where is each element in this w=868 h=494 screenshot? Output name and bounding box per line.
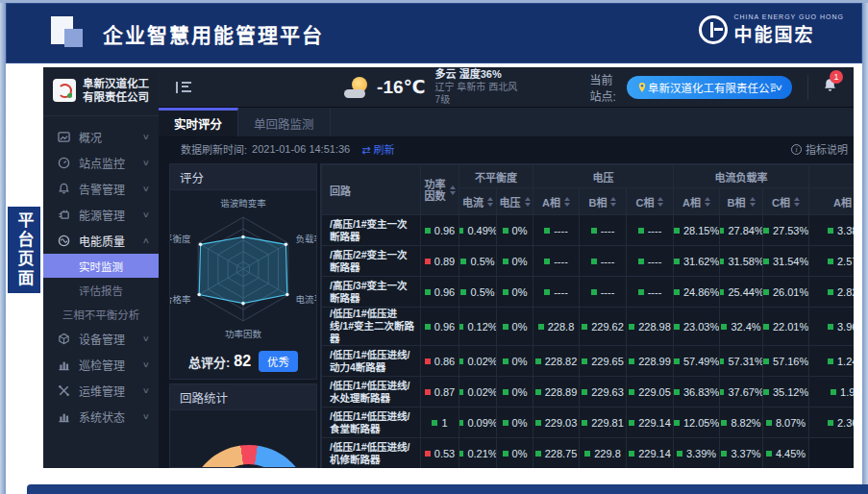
- status-square-icon: [721, 420, 727, 426]
- collapse-menu-icon[interactable]: [176, 82, 190, 93]
- bottom-frame-bar: [27, 484, 868, 494]
- sort-icon[interactable]: [794, 197, 800, 207]
- value-cell: 2.36%: [809, 408, 854, 438]
- chart-icon: [57, 358, 70, 372]
- status-square-icon: [535, 358, 541, 364]
- column-subheader[interactable]: A相: [809, 188, 854, 215]
- chevron-down-icon: ∨: [142, 334, 150, 343]
- status-square-icon: [638, 228, 644, 234]
- circuit-name: /低压/1#低压进线/机修断路器: [322, 438, 421, 469]
- value-cell: 1.9%: [809, 377, 854, 408]
- value-cell: 57.49%: [674, 346, 720, 377]
- status-square-icon: [828, 420, 833, 426]
- value-cell: ----: [533, 277, 580, 308]
- sidebar-item-label: 电能质量: [79, 233, 143, 249]
- selected-station-name: 阜新汉道化工有限责任公司: [648, 80, 776, 95]
- sort-icon[interactable]: [610, 197, 616, 207]
- sort-icon[interactable]: [450, 185, 456, 195]
- sidebar-subitem[interactable]: 三相不平衡分析: [43, 302, 159, 326]
- refresh-time-label: 数据刷新时间:: [181, 141, 247, 157]
- column-subheader[interactable]: 电压: [497, 188, 533, 215]
- status-square-icon: [629, 451, 634, 457]
- tab-single-circuit-monitor[interactable]: 单回路监测: [238, 108, 331, 136]
- refresh-button[interactable]: ⇄ 刷新: [361, 141, 394, 157]
- sidebar-item-overview[interactable]: 概况∨: [43, 124, 159, 150]
- circuit-name: /低压/1#低压进线/动力4断路器: [322, 346, 421, 377]
- value-cell: 57.31%: [720, 346, 763, 377]
- value-cell: 0.5%: [459, 277, 497, 308]
- status-square-icon: [638, 289, 644, 295]
- sidebar-item-label: 运维管理: [79, 383, 143, 399]
- sort-icon[interactable]: [525, 197, 531, 207]
- table-row[interactable]: /低压/1#低压进线/1#变主二次断路器0.960.12%0%228.8229.…: [322, 308, 855, 346]
- status-square-icon: [638, 259, 644, 264]
- table-row[interactable]: /高压/2#变主一次断路器0.890.5%0%------------31.62…: [322, 246, 855, 277]
- banner-squares-decoration: [51, 14, 89, 53]
- value-cell: 2.82%: [809, 277, 854, 308]
- value-cell: 228.89: [533, 377, 580, 408]
- status-square-icon: [503, 289, 508, 295]
- column-subheader[interactable]: B相: [720, 188, 763, 215]
- status-square-icon: [720, 358, 725, 364]
- value-cell: 22.01%: [763, 308, 809, 346]
- sidebar-item-energy[interactable]: 能源管理∨: [43, 202, 159, 228]
- column-header[interactable]: 功率因数: [421, 165, 459, 215]
- column-subheader[interactable]: 电流: [459, 188, 497, 215]
- sidebar-subitem[interactable]: 实时监测: [43, 254, 159, 278]
- sidebar-item-device[interactable]: 设备管理∨: [43, 326, 159, 352]
- status-square-icon: [674, 324, 680, 330]
- status-square-icon: [535, 420, 541, 426]
- column-subheader[interactable]: A相: [533, 188, 580, 215]
- total-score-row: 总评分: 82 优秀: [170, 344, 316, 379]
- notification-bell[interactable]: 1: [822, 77, 838, 97]
- sidebar-item-alarm[interactable]: 告警管理∨: [43, 176, 159, 202]
- status-square-icon: [535, 389, 541, 395]
- sidebar-item-station-monitor[interactable]: 站点监控∨: [43, 150, 159, 176]
- table-row[interactable]: /低压/1#低压进线/机修断路器0.530.21%0%228.75229.822…: [322, 438, 855, 469]
- sort-icon[interactable]: [564, 197, 570, 207]
- sidebar-item-label: 设备管理: [79, 331, 143, 347]
- table-row[interactable]: /低压/1#低压进线/食堂断路器10.09%0%229.03229.81229.…: [322, 408, 855, 438]
- sort-icon[interactable]: [750, 197, 756, 207]
- column-subheader[interactable]: C相: [763, 188, 809, 215]
- status-square-icon: [544, 228, 550, 234]
- value-cell: 3.96%: [809, 308, 854, 346]
- status-square-icon: [763, 358, 769, 364]
- sidebar-item-ops[interactable]: 运维管理∨: [43, 378, 159, 404]
- value-cell: 28.15%: [674, 215, 720, 246]
- sidebar-subitem[interactable]: 评估报告: [43, 278, 159, 302]
- status-square-icon: [425, 228, 431, 234]
- value-cell: 0%: [497, 277, 533, 308]
- sidebar-item-system[interactable]: 系统状态∨: [43, 404, 159, 430]
- main-area: -16℃ 多云 湿度36% 辽宁 阜新市 西北风 7级 当前站点: 阜新汉道化工…: [159, 67, 854, 468]
- value-cell: 3.39%: [674, 438, 720, 469]
- tab-realtime-score[interactable]: 实时评分: [159, 108, 238, 136]
- sort-icon[interactable]: [657, 197, 663, 207]
- table-row[interactable]: /高压/1#变主一次断路器0.960.49%0%------------28.1…: [322, 215, 855, 246]
- indicator-help-link[interactable]: i指标说明: [791, 141, 848, 157]
- column-subheader[interactable]: A相: [674, 188, 720, 215]
- value-cell: 37.67%: [720, 377, 763, 408]
- sidebar-item-inspection[interactable]: 巡检管理∨: [43, 352, 159, 378]
- tabs-bar: 实时评分单回路监测: [159, 108, 854, 137]
- sort-icon[interactable]: [487, 197, 493, 207]
- value-cell: 0%: [497, 308, 533, 346]
- table-row[interactable]: /低压/1#低压进线/水处理断路器0.870.02%0%228.89229.63…: [322, 377, 855, 408]
- value-cell: 229.03: [533, 408, 580, 438]
- status-square-icon: [629, 358, 634, 364]
- column-header: 不平衡度: [459, 165, 533, 188]
- status-square-icon: [503, 451, 508, 457]
- brand-tagline: CHINA ENERGY GUO HONG: [733, 13, 844, 20]
- column-subheader[interactable]: C相: [627, 188, 674, 215]
- value-cell: 228.8: [533, 308, 580, 346]
- station-select-dropdown[interactable]: 阜新汉道化工有限责任公司 ∨: [627, 76, 792, 99]
- table-row[interactable]: /高压/3#变主一次断路器0.960.5%0%------------24.86…: [322, 277, 855, 308]
- status-square-icon: [828, 289, 833, 295]
- sidebar-item-power-quality[interactable]: 电能质量∧: [43, 228, 159, 254]
- value-cell: 229.14: [627, 408, 674, 438]
- table-row[interactable]: /低压/1#低压进线/动力4断路器0.860.02%0%228.82229.65…: [322, 346, 855, 377]
- value-cell: 228.98: [627, 308, 674, 346]
- sort-icon[interactable]: [705, 197, 710, 207]
- column-subheader[interactable]: B相: [580, 188, 627, 215]
- circuit-name: /高压/2#变主一次断路器: [322, 246, 421, 277]
